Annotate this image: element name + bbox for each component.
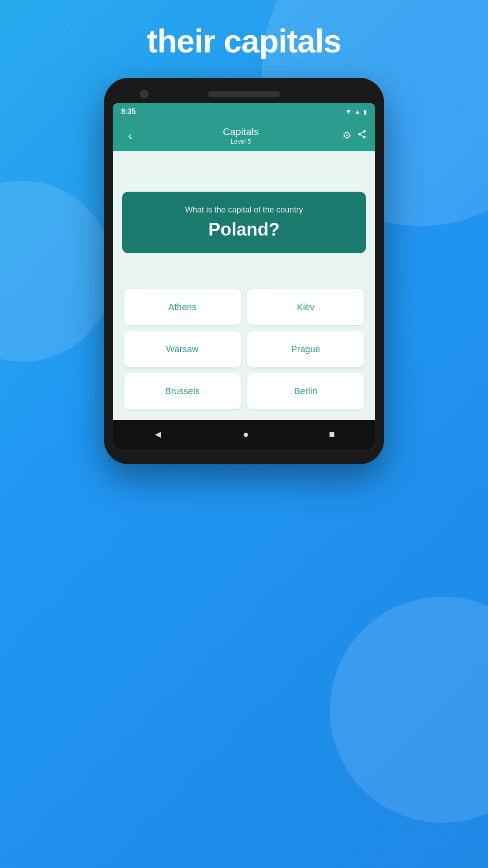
status-icons: ▼ ▲ ▮ bbox=[345, 108, 367, 115]
question-country: Poland? bbox=[133, 219, 355, 240]
share-button[interactable] bbox=[357, 129, 367, 142]
phone-frame: 8:35 ▼ ▲ ▮ ‹ Capitals Level 5 ⚙ bbox=[104, 78, 384, 464]
phone-speaker bbox=[208, 91, 280, 97]
nav-recent-button[interactable] bbox=[329, 429, 335, 440]
toolbar-subtitle: Level 5 bbox=[139, 138, 343, 145]
answers-grid: Athens Kiev Warsaw Prague Brussels Berli… bbox=[122, 289, 366, 409]
app-toolbar: ‹ Capitals Level 5 ⚙ bbox=[113, 120, 375, 151]
answer-warsaw[interactable]: Warsaw bbox=[124, 331, 241, 367]
toolbar-actions: ⚙ bbox=[343, 129, 367, 142]
nav-home-button[interactable] bbox=[243, 429, 249, 440]
toolbar-title-section: Capitals Level 5 bbox=[139, 126, 343, 145]
settings-button[interactable]: ⚙ bbox=[343, 130, 352, 142]
phone-nav-bar bbox=[113, 420, 375, 449]
toolbar-title: Capitals bbox=[139, 126, 343, 138]
phone-bezel-top bbox=[113, 87, 375, 103]
status-bar: 8:35 ▼ ▲ ▮ bbox=[113, 103, 375, 120]
wifi-icon: ▼ bbox=[345, 108, 352, 115]
signal-icon: ▲ bbox=[354, 108, 361, 115]
phone-bottom-bezel bbox=[113, 449, 375, 455]
nav-back-button[interactable] bbox=[153, 429, 163, 440]
back-button[interactable]: ‹ bbox=[121, 128, 139, 143]
battery-icon: ▮ bbox=[363, 108, 367, 115]
answer-brussels[interactable]: Brussels bbox=[124, 373, 241, 409]
bg-decoration-2 bbox=[330, 597, 488, 823]
bg-decoration-3 bbox=[0, 181, 113, 362]
phone-camera bbox=[140, 90, 148, 98]
page-title: their capitals bbox=[147, 23, 341, 60]
answer-prague[interactable]: Prague bbox=[247, 331, 364, 367]
answer-athens[interactable]: Athens bbox=[124, 289, 241, 325]
question-prompt: What is the capital of the country bbox=[133, 205, 355, 215]
question-card: What is the capital of the country Polan… bbox=[122, 192, 366, 253]
phone-screen: 8:35 ▼ ▲ ▮ ‹ Capitals Level 5 ⚙ bbox=[113, 103, 375, 449]
status-time: 8:35 bbox=[121, 108, 136, 116]
answer-berlin[interactable]: Berlin bbox=[247, 373, 364, 409]
answer-kiev[interactable]: Kiev bbox=[247, 289, 364, 325]
screen-content: What is the capital of the country Polan… bbox=[113, 151, 375, 420]
